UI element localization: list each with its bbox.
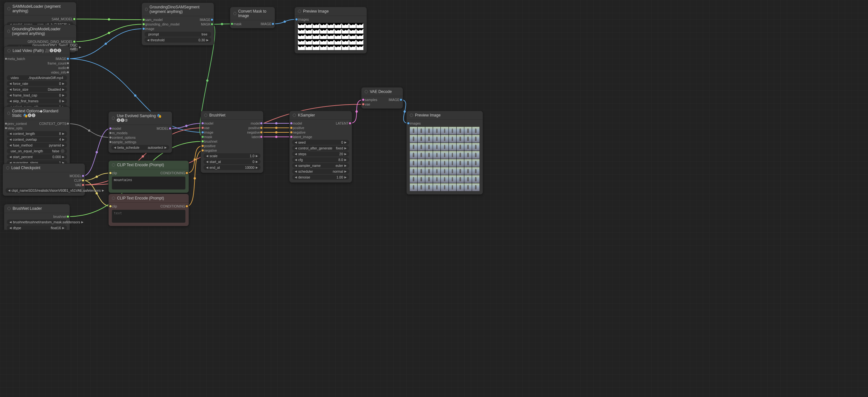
widget-control-after-generate[interactable]: ◀control_after_generatefixed▶ xyxy=(292,146,349,151)
widget-skip-first-frames[interactable]: ◀skip_first_frames0▶ xyxy=(7,98,67,104)
in-meta-batch: meta_batch xyxy=(7,57,25,61)
svg-point-10 xyxy=(96,192,98,195)
node-brushnet-loader[interactable]: BrushNet Loader brushnet ◀brushnetbrushn… xyxy=(4,204,70,230)
preview-mask-grid xyxy=(298,23,363,50)
wire xyxy=(273,19,297,24)
widget-dtype[interactable]: ◀dtypefloat16▶ xyxy=(7,225,67,230)
wire xyxy=(83,129,111,176)
node-title[interactable]: CLIP Text Encode (Prompt) xyxy=(108,194,189,203)
node-clip-text-encode-positive[interactable]: CLIP Text Encode (Prompt) clip CONDITION… xyxy=(108,161,189,193)
node-title[interactable]: Load Checkpoint xyxy=(3,164,85,172)
widget-ckpt-name[interactable]: ◀ckpt_nameSD15/realisticVisionV60B1_v51V… xyxy=(5,188,82,193)
widget-fuse-method[interactable]: ◀fuse_methodpyramid▶ xyxy=(7,143,67,148)
node-title[interactable]: Preview Image xyxy=(295,7,367,16)
svg-point-0 xyxy=(108,19,110,21)
widget-prompt[interactable]: prompttree xyxy=(145,32,211,37)
node-use-evolved-sampling[interactable]: Use Evolved Sampling 🎭🅐🅓② model MODEL m_… xyxy=(108,111,172,153)
svg-point-1 xyxy=(108,32,110,34)
svg-point-17 xyxy=(275,122,278,124)
node-clip-text-encode-negative[interactable]: CLIP Text Encode (Prompt) clip CONDITION… xyxy=(108,194,189,226)
node-title[interactable]: Load Video (Path) 🎥🅥🅗🅢 xyxy=(4,47,70,55)
out-sam-model: SAM_MODEL xyxy=(52,17,73,21)
svg-point-5 xyxy=(206,79,209,82)
widget-beta-schedule[interactable]: ◀beta_scheduleautoselect▶ xyxy=(111,145,169,150)
wire xyxy=(83,180,111,206)
svg-point-8 xyxy=(96,151,98,153)
widget-force-rate[interactable]: ◀force_rate0▶ xyxy=(7,81,67,86)
node-grounding-dino-sam-segment[interactable]: GroundingDinoSAMSegment (segment anythin… xyxy=(142,3,214,46)
node-load-video[interactable]: Load Video (Path) 🎥🅥🅗🅢 meta_batch IMAGE … xyxy=(4,46,70,112)
svg-point-14 xyxy=(194,159,196,161)
svg-point-6 xyxy=(284,21,286,23)
widget-threshold[interactable]: ◀threshold0.30▶ xyxy=(145,37,211,42)
svg-point-11 xyxy=(142,155,144,158)
wire xyxy=(74,24,144,41)
out-image: IMAGE xyxy=(56,57,66,61)
node-load-checkpoint[interactable]: Load Checkpoint MODEL CLIP VAE ◀ckpt_nam… xyxy=(3,163,85,196)
wire xyxy=(212,24,232,24)
node-title[interactable]: BrushNet xyxy=(201,111,263,120)
node-title[interactable]: Convert Mask to Image xyxy=(230,7,275,20)
wire xyxy=(83,173,111,180)
node-title[interactable]: CLIP Text Encode (Prompt) xyxy=(108,161,189,169)
widget-force-size[interactable]: ◀force_sizeDisabled▶ xyxy=(7,87,67,92)
svg-point-3 xyxy=(134,94,136,97)
node-title[interactable]: Use Evolved Sampling 🎭🅐🅓② xyxy=(108,112,172,125)
node-title[interactable]: VAE Decode xyxy=(362,87,403,96)
node-vae-decode[interactable]: VAE Decode samples IMAGE vae xyxy=(361,87,403,109)
node-preview-image-2[interactable]: Preview Image images xyxy=(406,111,483,195)
node-context-options[interactable]: Context Options◆Standard Static 🎭🅐🅓 prev… xyxy=(4,107,70,168)
svg-point-21 xyxy=(355,110,358,113)
widget-denoise[interactable]: ◀denoise1.00▶ xyxy=(292,175,349,180)
preview-image-grid xyxy=(410,127,479,191)
widget-sampler-name[interactable]: ◀sampler_nameeuler▶ xyxy=(292,163,349,168)
widget-start-percent[interactable]: ◀start_percent0.000▶ xyxy=(7,154,67,160)
node-title[interactable]: Preview Image xyxy=(407,111,483,120)
node-title[interactable]: GroundingDinoModelLoader (segment anythi… xyxy=(4,25,76,38)
widget-start-at[interactable]: ◀start_at0▶ xyxy=(204,159,260,164)
node-brushnet[interactable]: BrushNet model model vae positive image … xyxy=(200,111,264,173)
svg-point-9 xyxy=(96,176,98,178)
wire xyxy=(74,19,144,20)
widget-brushnet[interactable]: ◀brushnetbrushnet/random_mask.safetensor… xyxy=(7,220,67,225)
node-title[interactable]: SAMModelLoader (segment anything) xyxy=(4,2,76,16)
widget-cfg[interactable]: ◀cfg8.0▶ xyxy=(292,157,349,162)
svg-point-18 xyxy=(275,127,278,129)
widget-end-at[interactable]: ◀end_at10000▶ xyxy=(204,165,260,170)
svg-point-20 xyxy=(275,136,278,138)
wire xyxy=(170,123,203,129)
widget-context-overlap[interactable]: ◀context_overlap4▶ xyxy=(7,137,67,142)
widget-use-on-equal-length[interactable]: use_on_equal_lengthfalse xyxy=(7,148,67,153)
svg-point-22 xyxy=(404,110,406,113)
svg-point-7 xyxy=(88,130,90,132)
node-convert-mask-to-image[interactable]: Convert Mask to Image mask IMAGE xyxy=(230,7,275,28)
svg-point-2 xyxy=(105,42,107,45)
wire xyxy=(68,123,111,138)
text-prompt[interactable]: text xyxy=(112,210,185,223)
node-title[interactable]: KSampler xyxy=(289,111,352,120)
widget-scale[interactable]: ◀scale1.0▶ xyxy=(204,153,260,159)
node-title[interactable]: BrushNet Loader xyxy=(4,204,70,213)
svg-point-4 xyxy=(221,23,223,25)
widget-video[interactable]: video./input/AnimateDiff.mp4 xyxy=(7,75,67,80)
svg-point-19 xyxy=(275,131,278,134)
widget-context-length[interactable]: ◀context_length8▶ xyxy=(7,131,67,136)
node-ksampler[interactable]: KSampler model LATENT positive negative … xyxy=(289,111,352,183)
out-gd-model: GROUNDING_DINO_MODEL xyxy=(27,40,73,44)
node-preview-image-1[interactable]: Preview Image images xyxy=(294,7,367,54)
widget-seed[interactable]: ◀seed0▶ xyxy=(292,140,349,145)
text-prompt[interactable]: mountains xyxy=(112,176,185,190)
widget-steps[interactable]: ◀steps20▶ xyxy=(292,151,349,157)
svg-point-15 xyxy=(194,177,196,179)
wire xyxy=(68,29,144,59)
svg-point-13 xyxy=(185,125,188,127)
widget-scheduler[interactable]: ◀schedulernormal▶ xyxy=(292,169,349,174)
node-title[interactable]: Context Options◆Standard Static 🎭🅐🅓 xyxy=(4,107,70,120)
node-title[interactable]: GroundingDinoSAMSegment (segment anythin… xyxy=(142,3,214,16)
widget-frame-load-cap[interactable]: ◀frame_load_cap0▶ xyxy=(7,93,67,98)
